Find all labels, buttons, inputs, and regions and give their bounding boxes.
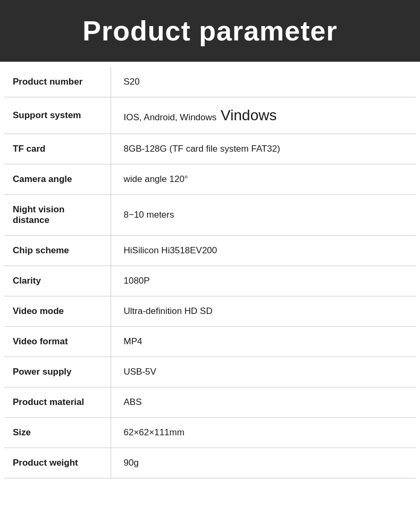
table-row: TF card8GB-128G (TF card file system FAT…	[4, 134, 416, 164]
label-product-material: Product material	[4, 387, 111, 418]
value-night-vision: 8~10 meters	[111, 195, 416, 236]
table-row: Video modeUltra-definition HD SD	[4, 296, 416, 327]
label-video-mode: Video mode	[4, 296, 111, 327]
value-video-mode: Ultra-definition HD SD	[111, 296, 416, 327]
value-video-format: MP4	[111, 327, 416, 357]
parameters-table-wrapper: Product numberS20Support systemIOS, Andr…	[0, 62, 420, 484]
table-row: Size62×62×111mm	[4, 418, 416, 448]
support-system-text: IOS, Android, Windows	[124, 112, 217, 122]
value-size: 62×62×111mm	[111, 418, 416, 448]
value-chip-scheme: HiSilicon Hi3518EV200	[111, 236, 416, 266]
value-product-number: S20	[111, 67, 416, 97]
value-power-supply: USB-5V	[111, 357, 416, 387]
label-power-supply: Power supply	[4, 357, 111, 387]
label-night-vision: Night vision distance	[4, 195, 111, 236]
label-support-system: Support system	[4, 97, 111, 134]
value-camera-angle: wide angle 120°	[111, 164, 416, 195]
table-row: Clarity1080P	[4, 266, 416, 296]
label-product-weight: Product weight	[4, 448, 111, 478]
table-row: Video formatMP4	[4, 327, 416, 357]
label-tf-card: TF card	[4, 134, 111, 164]
label-clarity: Clarity	[4, 266, 111, 296]
table-row: Product weight90g	[4, 448, 416, 478]
table-row: Support systemIOS, Android, Windows Vind…	[4, 97, 416, 134]
windows-large-text: Vindows	[216, 107, 276, 123]
page-title: Product parameter	[11, 15, 409, 47]
table-row: Product materialABS	[4, 387, 416, 418]
parameters-table: Product numberS20Support systemIOS, Andr…	[4, 67, 416, 478]
value-tf-card: 8GB-128G (TF card file system FAT32)	[111, 134, 416, 164]
table-row: Night vision distance8~10 meters	[4, 195, 416, 236]
table-row: Camera anglewide angle 120°	[4, 164, 416, 195]
value-product-material: ABS	[111, 387, 416, 418]
table-row: Power supplyUSB-5V	[4, 357, 416, 387]
value-clarity: 1080P	[111, 266, 416, 296]
page-header: Product parameter	[0, 0, 420, 62]
label-video-format: Video format	[4, 327, 111, 357]
value-product-weight: 90g	[111, 448, 416, 478]
value-support-system: IOS, Android, Windows Vindows	[111, 97, 416, 134]
label-camera-angle: Camera angle	[4, 164, 111, 195]
label-chip-scheme: Chip scheme	[4, 236, 111, 266]
table-row: Product numberS20	[4, 67, 416, 97]
label-size: Size	[4, 418, 111, 448]
table-row: Chip schemeHiSilicon Hi3518EV200	[4, 236, 416, 266]
label-product-number: Product number	[4, 67, 111, 97]
